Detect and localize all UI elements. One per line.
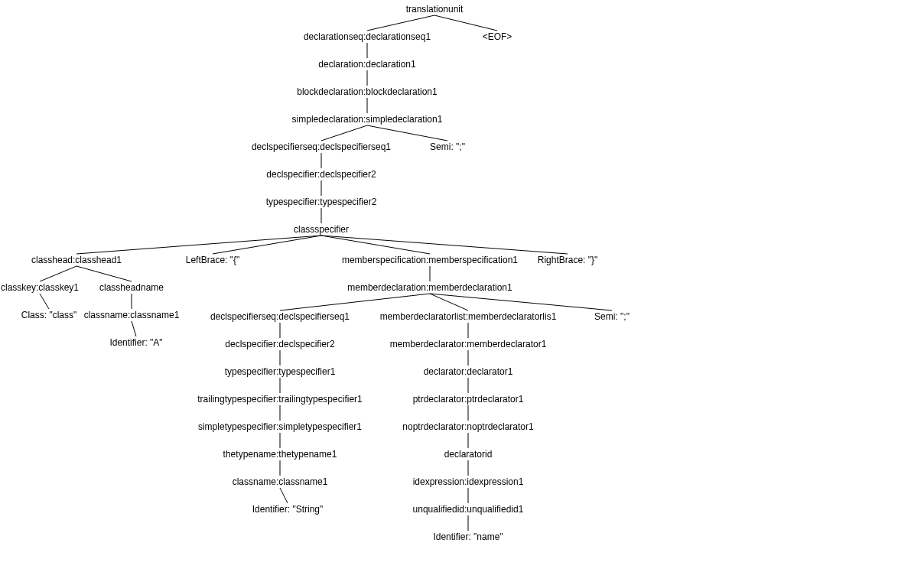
node-identifier-a: Identifier: "A" xyxy=(109,337,162,348)
node-memberdeclaratorlist: memberdeclaratorlist:memberdeclaratorlis… xyxy=(380,311,557,322)
svg-line-20 xyxy=(280,294,430,310)
node-trailingtypespecifier: trailingtypespecifier:trailingtypespecif… xyxy=(197,394,362,405)
svg-line-18 xyxy=(132,321,136,336)
node-unqualifiedid: unqualifiedid:unqualifiedid1 xyxy=(413,504,524,515)
svg-line-11 xyxy=(213,236,321,254)
node-translationunit: translationunit xyxy=(406,4,464,15)
node-classkey: classkey:classkey1 xyxy=(1,282,79,293)
node-declspecifierseq-top: declspecifierseq:declspecifierseq1 xyxy=(252,141,391,152)
svg-line-16 xyxy=(40,294,49,309)
node-semi-top: Semi: ";" xyxy=(430,141,465,152)
svg-line-1 xyxy=(434,15,497,31)
node-eof: <EOF> xyxy=(483,31,512,42)
node-idexpression: idexpression:idexpression1 xyxy=(413,476,524,487)
node-declspecifierseq-member: declspecifierseq:declspecifierseq1 xyxy=(210,311,350,322)
node-typespecifier1: typespecifier:typespecifier1 xyxy=(225,366,336,377)
node-declaratorid: declaratorid xyxy=(444,449,493,460)
node-semi-member: Semi: ";" xyxy=(594,311,630,322)
svg-line-14 xyxy=(40,266,76,281)
node-declspecifier-member: declspecifier:declspecifier2 xyxy=(225,339,334,349)
node-classname-a: classname:classname1 xyxy=(84,310,180,320)
node-memberdeclarator: memberdeclarator:memberdeclarator1 xyxy=(390,339,547,349)
node-declarator: declarator:declarator1 xyxy=(424,366,513,377)
node-typespecifier2: typespecifier:typespecifier2 xyxy=(266,197,377,207)
node-declspecifier-top: declspecifier:declspecifier2 xyxy=(266,169,376,180)
node-class-keyword: Class: "class" xyxy=(21,310,77,320)
node-leftbrace: LeftBrace: "{" xyxy=(186,255,240,265)
node-identifier-name: Identifier: "name" xyxy=(433,531,503,542)
node-rightbrace: RightBrace: "}" xyxy=(538,255,598,265)
node-ptrdeclarator: ptrdeclarator:ptrdeclarator1 xyxy=(413,394,524,405)
svg-line-10 xyxy=(76,236,321,254)
node-declarationseq: declarationseq:declarationseq1 xyxy=(304,31,431,42)
node-declaration: declaration:declaration1 xyxy=(318,59,415,70)
node-classname-string: classname:classname1 xyxy=(233,476,328,487)
svg-line-12 xyxy=(321,236,430,254)
svg-line-29 xyxy=(280,488,288,503)
svg-line-5 xyxy=(321,125,367,141)
node-simpledeclaration: simpledeclaration:simpledeclaration1 xyxy=(292,114,443,125)
svg-line-21 xyxy=(430,294,468,310)
svg-line-15 xyxy=(76,266,132,281)
node-memberdeclaration: memberdeclaration:memberdeclaration1 xyxy=(347,282,512,293)
node-memberspecification: memberspecification:memberspecification1 xyxy=(342,255,518,265)
node-blockdeclaration: blockdeclaration:blockdeclaration1 xyxy=(297,86,437,97)
node-classheadname: classheadname xyxy=(99,282,164,293)
node-thetypename: thetypename:thetypename1 xyxy=(223,449,337,460)
svg-line-22 xyxy=(430,294,612,310)
node-identifier-string: Identifier: "String" xyxy=(252,504,324,515)
parse-tree-diagram: translationunit declarationseq:declarati… xyxy=(0,0,924,572)
node-classhead: classhead:classhead1 xyxy=(31,255,122,265)
svg-line-13 xyxy=(321,236,568,254)
node-classspecifier: classspecifier xyxy=(294,224,349,235)
svg-line-0 xyxy=(367,15,434,31)
svg-line-6 xyxy=(367,125,447,141)
node-noptrdeclarator: noptrdeclarator:noptrdeclarator1 xyxy=(402,421,533,432)
node-simpletypespecifier: simpletypespecifier:simpletypespecifier1 xyxy=(198,421,362,432)
